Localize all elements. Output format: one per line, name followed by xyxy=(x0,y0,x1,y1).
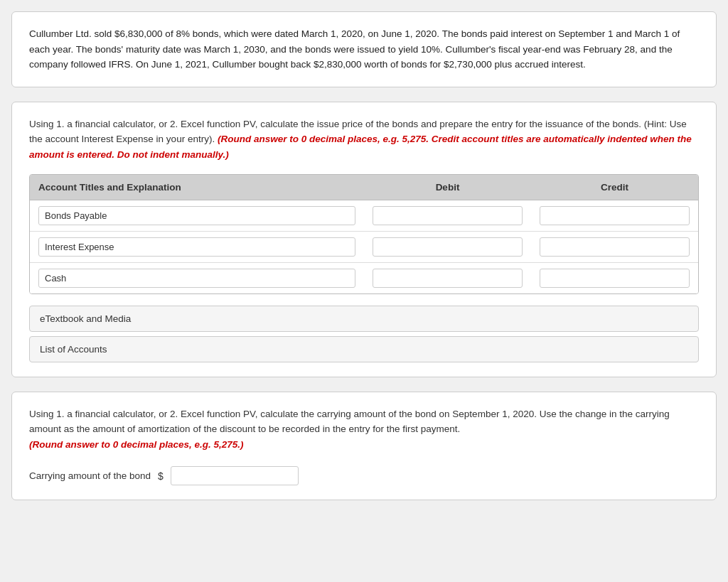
credit-cell-3 xyxy=(531,263,698,293)
carrying-amount-row: Carrying amount of the bond $ xyxy=(29,466,699,485)
etextbook-button[interactable]: eTextbook and Media xyxy=(29,306,699,332)
question2-hint: (Round answer to 0 decimal places, e.g. … xyxy=(29,439,244,450)
debit-cell-2 xyxy=(364,232,531,262)
table-row xyxy=(30,200,698,232)
account-input-1[interactable] xyxy=(38,206,355,225)
debit-input-2[interactable] xyxy=(373,237,523,257)
credit-cell-1 xyxy=(531,200,698,231)
debit-input-1[interactable] xyxy=(373,206,523,225)
debit-input-3[interactable] xyxy=(373,269,523,288)
question1-instruction: Using 1. a financial calculator, or 2. E… xyxy=(29,117,699,163)
question2-card: Using 1. a financial calculator, or 2. E… xyxy=(11,392,717,501)
account-cell-3 xyxy=(30,263,364,293)
credit-input-1[interactable] xyxy=(540,206,690,225)
credit-cell-2 xyxy=(531,232,698,262)
debit-cell-1 xyxy=(364,200,531,231)
col-debit: Debit xyxy=(364,175,531,200)
carrying-amount-label: Carrying amount of the bond xyxy=(29,470,151,481)
account-input-3[interactable] xyxy=(38,269,355,288)
table-row xyxy=(30,263,698,293)
question1-card: Using 1. a financial calculator, or 2. E… xyxy=(11,102,717,377)
col-account-title: Account Titles and Explanation xyxy=(30,175,364,200)
question2-main-text: Using 1. a financial calculator, or 2. E… xyxy=(29,409,670,435)
bottom-buttons-group: eTextbook and Media List of Accounts xyxy=(29,306,699,362)
account-cell-1 xyxy=(30,200,364,231)
dollar-sign: $ xyxy=(158,470,164,482)
debit-cell-3 xyxy=(364,263,531,293)
table-row xyxy=(30,232,698,263)
problem-card: Cullumber Ltd. sold $6,830,000 of 8% bon… xyxy=(11,11,717,87)
table-header-row: Account Titles and Explanation Debit Cre… xyxy=(30,175,698,200)
col-credit: Credit xyxy=(531,175,698,200)
list-of-accounts-button[interactable]: List of Accounts xyxy=(29,336,699,362)
credit-input-2[interactable] xyxy=(540,237,690,257)
account-cell-2 xyxy=(30,232,364,262)
carrying-amount-input[interactable] xyxy=(171,466,299,485)
question2-instruction: Using 1. a financial calculator, or 2. E… xyxy=(29,406,699,453)
account-input-2[interactable] xyxy=(38,237,355,257)
problem-description: Cullumber Ltd. sold $6,830,000 of 8% bon… xyxy=(29,26,699,72)
credit-input-3[interactable] xyxy=(540,269,690,288)
journal-entry-table: Account Titles and Explanation Debit Cre… xyxy=(29,174,699,294)
